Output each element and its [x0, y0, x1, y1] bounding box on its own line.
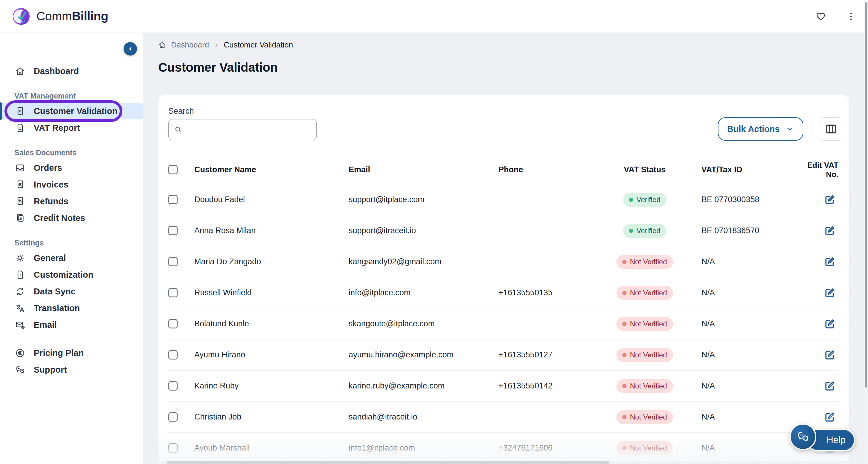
edit-vat-button[interactable]: [822, 192, 837, 207]
sidebar-item-label: Data Sync: [34, 287, 75, 297]
chat-bubbles-icon: [796, 430, 810, 444]
more-options-button[interactable]: [846, 11, 856, 22]
table-row: Doudou Fadel support@itplace.com Verifie…: [168, 184, 839, 215]
row-checkbox[interactable]: [168, 226, 178, 235]
vat-status-badge: Verified: [623, 193, 666, 207]
section-label-sales-documents: Sales Documents: [0, 148, 143, 157]
customer-name-cell: Ayoub Marshall: [194, 443, 349, 453]
row-checkbox[interactable]: [168, 195, 178, 204]
edit-pencil-icon: [824, 256, 836, 268]
search-input[interactable]: [187, 119, 316, 140]
sidebar-item-invoices[interactable]: Invoices: [0, 176, 143, 193]
vat-status-badge: Not Verified: [616, 348, 673, 362]
horizontal-scrollbar-thumb[interactable]: [167, 461, 609, 464]
row-checkbox[interactable]: [168, 319, 178, 329]
select-all-checkbox[interactable]: [168, 165, 178, 174]
edit-pencil-icon: [824, 193, 836, 206]
table-row: Ayumu Hirano ayumu.hirano@example.com +1…: [168, 339, 839, 370]
edit-vat-button[interactable]: [822, 223, 837, 238]
status-dot-icon: [622, 384, 626, 388]
edit-vat-button[interactable]: [822, 316, 837, 332]
bulk-actions-button[interactable]: Bulk Actions: [718, 117, 803, 141]
sidebar-item-label: Customization: [34, 270, 93, 280]
edit-vat-button[interactable]: [822, 410, 837, 425]
home-icon: [15, 66, 25, 76]
email-cell: karine.ruby@example.com: [349, 381, 498, 391]
vertical-scrollbar[interactable]: [864, 0, 868, 464]
sidebar-item-support[interactable]: Support: [0, 361, 143, 378]
row-checkbox[interactable]: [168, 288, 178, 298]
horizontal-scrollbar[interactable]: [158, 461, 849, 464]
sidebar-item-vat-report[interactable]: VAT Report: [0, 119, 143, 136]
vat-status-label: Not Verified: [630, 444, 667, 452]
sidebar-item-general[interactable]: General: [0, 250, 143, 266]
row-checkbox[interactable]: [168, 381, 178, 391]
column-header-vat-tax-id: VAT/Tax ID: [702, 165, 798, 174]
nav-group-gap: [0, 333, 143, 345]
row-checkbox[interactable]: [168, 257, 178, 266]
vat-status-label: Not Verified: [630, 382, 667, 390]
edit-pencil-icon: [824, 349, 836, 361]
heart-icon: [815, 11, 826, 22]
sidebar: Dashboard VAT Management Customer Valida…: [0, 33, 143, 464]
row-checkbox[interactable]: [168, 412, 178, 422]
edit-vat-button[interactable]: [822, 285, 837, 300]
sidebar-item-label: Customer Validation: [34, 106, 117, 116]
email-cell: info@itplace.com: [349, 288, 498, 298]
sidebar-item-pricing-plan[interactable]: Pricing Plan: [0, 345, 143, 361]
brand-logo[interactable]: CommBilling: [11, 6, 108, 26]
sidebar-item-data-sync[interactable]: Data Sync: [0, 283, 143, 300]
help-chat-button[interactable]: [789, 423, 816, 450]
edit-pencil-icon: [824, 318, 836, 330]
sidebar-item-dashboard[interactable]: Dashboard: [0, 63, 143, 80]
email-cell: info1@itplace.com: [349, 443, 498, 453]
receipt-euro-icon: [15, 180, 25, 190]
sidebar-item-refunds[interactable]: Refunds: [0, 193, 143, 210]
vat-status-badge: Not Verified: [616, 317, 673, 331]
customer-name-cell: Doudou Fadel: [194, 195, 349, 204]
sidebar-item-translation[interactable]: Translation: [0, 300, 143, 316]
edit-pencil-icon: [824, 224, 836, 237]
sidebar-item-label: General: [34, 253, 66, 263]
table-row: Bolatund Kunle skangoute@itplace.com Not…: [168, 308, 839, 339]
search-box: [168, 119, 317, 140]
row-checkbox[interactable]: [168, 350, 178, 360]
vat-status-badge: Not Verified: [616, 286, 673, 300]
vertical-scrollbar-thumb[interactable]: [865, 2, 867, 388]
table-row: Anna Rosa Milan support@itraceit.io Veri…: [168, 215, 839, 246]
column-settings-button[interactable]: [819, 117, 843, 141]
vat-tax-id-cell: N/A: [702, 257, 798, 266]
breadcrumb-parent-link[interactable]: Dashboard: [171, 40, 209, 50]
sidebar-item-orders[interactable]: Orders: [0, 159, 143, 176]
sidebar-item-label: Translation: [34, 303, 80, 313]
sync-icon: [15, 286, 25, 297]
sidebar-item-customization[interactable]: Customization: [0, 266, 143, 283]
vat-status-badge: Verified: [623, 224, 666, 238]
document-text-icon: [15, 123, 25, 133]
vat-tax-id-cell: BE 0770300358: [702, 195, 798, 204]
vat-status-badge: Not Verified: [616, 255, 673, 269]
phone-cell: +16135550142: [498, 381, 588, 391]
kebab-menu-icon: [846, 11, 856, 22]
phone-cell: +32476171606: [498, 443, 588, 453]
vat-tax-id-cell: N/A: [702, 381, 798, 391]
favorites-heart-button[interactable]: [815, 11, 826, 22]
customer-name-cell: Maria Do Zangado: [194, 257, 349, 266]
top-header: CommBilling: [0, 0, 868, 33]
edit-vat-button[interactable]: [822, 379, 837, 394]
sidebar-item-credit-notes[interactable]: Credit Notes: [0, 210, 143, 226]
sidebar-item-customer-validation[interactable]: Customer Validation: [0, 103, 143, 119]
email-cell: sandiah@itraceit.io: [349, 412, 498, 422]
email-cell: support@itraceit.io: [349, 226, 498, 235]
vat-status-label: Not Verified: [630, 289, 667, 297]
edit-vat-button[interactable]: [822, 254, 837, 269]
top-actions: [815, 0, 856, 33]
status-dot-icon: [622, 446, 626, 450]
edit-vat-button[interactable]: [822, 347, 837, 363]
sidebar-item-email[interactable]: Email: [0, 316, 143, 333]
vat-status-label: Not Verified: [630, 351, 667, 359]
edit-pencil-icon: [824, 380, 836, 392]
receipt-percent-icon: [15, 106, 25, 117]
vat-tax-id-cell: N/A: [702, 350, 798, 360]
row-checkbox[interactable]: [168, 443, 178, 453]
